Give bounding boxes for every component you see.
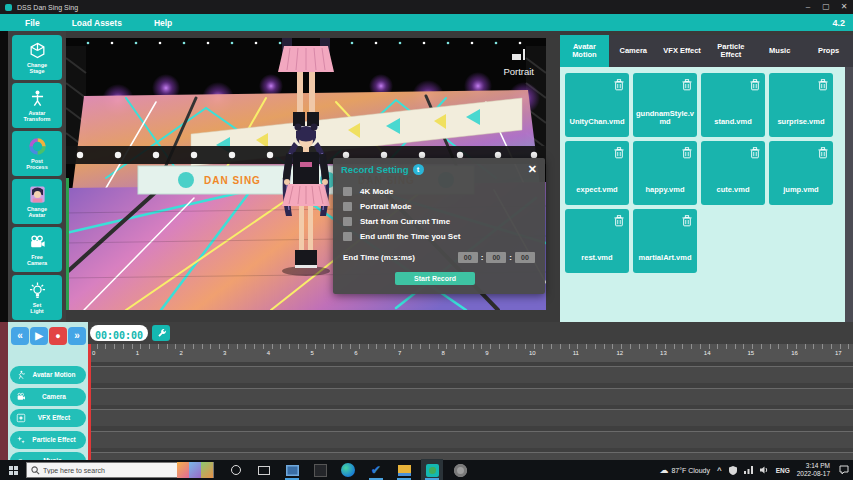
record-button[interactable]: ● [49,327,67,345]
motion-card-unitychan-vmd[interactable]: UnityChan.vmd [565,73,629,137]
trash-icon[interactable] [750,145,760,157]
track-avatar-motion[interactable]: Avatar Motion [10,366,86,384]
skip-forward-button[interactable]: » [68,327,86,345]
end-time-input-1[interactable] [486,252,506,263]
photos-app-icon[interactable] [284,462,300,478]
tab-avatar-motion[interactable]: Avatar Motion [560,35,609,67]
portrait-icon [512,49,526,60]
track-particle-effect[interactable]: Particle Effect [10,431,86,449]
card-label: stand.vmd [714,118,752,127]
start-button[interactable] [0,460,26,480]
ruler-tick-8: 8 [442,350,445,356]
post-process-icon [28,137,47,156]
menu-item-help[interactable]: Help [154,18,172,28]
menu-item-file[interactable]: File [25,18,40,28]
volume-icon[interactable] [760,466,769,474]
dialog-header: Record Setting t ✕ [341,162,537,177]
checkbox-end-until-the-time-you-set[interactable] [343,232,352,241]
trash-icon[interactable] [614,77,624,89]
portrait-label: Portrait [503,66,534,77]
timeline-rows [88,362,853,460]
timeline-ruler[interactable]: 01234567891011121314151617 [88,344,853,362]
checkbox-4k-mode[interactable] [343,187,352,196]
trash-icon[interactable] [750,77,760,89]
trash-icon[interactable] [818,145,828,157]
ruler-tick-10: 10 [529,350,536,356]
ruler-tick-12: 12 [616,350,623,356]
checkbox-row-end-until-the-time-you-set: End until the Time you Set [343,230,460,242]
play-button[interactable]: ▶ [30,327,48,345]
timeline-left-panel: «▶●»Avatar MotionCameraVFX EffectParticl… [8,322,88,460]
tab-camera[interactable]: Camera [609,35,658,67]
menu-item-load-assets[interactable]: Load Assets [72,18,122,28]
track-vfx-effect[interactable]: VFX Effect [10,409,86,427]
skip-back-button[interactable]: « [11,327,29,345]
motion-card-rest-vmd[interactable]: rest.vmd [565,209,629,273]
ruler-tick-0: 0 [92,350,95,356]
trash-icon[interactable] [818,77,828,89]
language-indicator[interactable]: ENG [776,467,790,474]
dark-app-icon[interactable] [312,462,328,478]
motion-card-surprise-vmd[interactable]: surprise.vmd [769,73,833,137]
motion-card-cute-vmd[interactable]: cute.vmd [701,141,765,205]
post-process-button[interactable]: PostProcess [12,131,62,176]
title-bar: DSS Dan Sing Sing – ▢ ✕ [0,0,853,14]
checkbox-portrait-mode[interactable] [343,202,352,211]
yellow-app-icon[interactable] [396,462,412,478]
task-view-icon[interactable] [256,462,272,478]
change-stage-button[interactable]: ChangeStage [12,35,62,80]
ruler-tick-16: 16 [791,350,798,356]
trash-icon[interactable] [682,77,692,89]
maximize-button[interactable]: ▢ [817,0,835,14]
end-time-input-2[interactable] [515,252,535,263]
set-light-icon [28,281,47,300]
change-avatar-button[interactable]: ChangeAvatar [12,179,62,224]
clock-widget[interactable]: 3:14 PM 2022-08-17 [797,462,830,478]
taskbar-search[interactable] [26,462,214,478]
start-record-button[interactable]: Start Record [395,272,475,285]
trash-icon[interactable] [614,145,624,157]
dialog-close-icon[interactable]: ✕ [528,163,537,176]
stage-cube-icon [28,41,47,60]
close-button[interactable]: ✕ [835,0,853,14]
track-camera[interactable]: Camera [10,388,86,406]
motion-card-martialart-vmd[interactable]: martialArt.vmd [633,209,697,273]
trash-icon[interactable] [682,145,692,157]
tab-vfx-effect[interactable]: VFX Effect [658,35,707,67]
playhead[interactable] [88,344,91,460]
card-label: cute.vmd [717,186,750,195]
cortana-icon[interactable] [228,462,244,478]
tab-music[interactable]: Music [755,35,804,67]
avatar-transform-icon [28,89,47,108]
motion-card-happy-vmd[interactable]: happy.vmd [633,141,697,205]
motion-card-jump-vmd[interactable]: jump.vmd [769,141,833,205]
notification-center-icon[interactable] [839,461,849,479]
windows-taskbar: ✔ ☁ 87°F Cloudy ^ ENG 3:14 PM 2022- [0,460,853,480]
trash-icon[interactable] [614,213,624,225]
search-input[interactable] [40,467,177,474]
weather-widget[interactable]: ☁ 87°F Cloudy [659,465,710,475]
motion-card-expect-vmd[interactable]: expect.vmd [565,141,629,205]
shield-icon[interactable] [729,466,737,475]
motion-card-gundnamstyle-vmd[interactable]: gundnamStyle.vmd [633,73,697,137]
free-camera-button[interactable]: FreeCamera [12,227,62,272]
panel-scrollbar[interactable] [845,67,853,322]
set-light-button[interactable]: SetLight [12,275,62,320]
dss-app-icon[interactable] [424,462,440,478]
stage-edge-strip [66,178,69,310]
trash-icon[interactable] [682,213,692,225]
card-label: UnityChan.vmd [569,118,624,127]
end-time-input-0[interactable] [458,252,478,263]
tab-particle-effect[interactable]: Particle Effect [706,35,755,67]
avatar-transform-button[interactable]: AvatarTransform [12,83,62,128]
hidden-icons-chevron[interactable]: ^ [717,466,722,475]
tab-props[interactable]: Props [804,35,853,67]
motion-card-stand-vmd[interactable]: stand.vmd [701,73,765,137]
minimize-button[interactable]: – [799,0,817,14]
check-app-icon[interactable]: ✔ [368,462,384,478]
gray-app-icon[interactable] [452,462,468,478]
edge-browser-icon[interactable] [340,462,356,478]
network-icon[interactable] [744,466,753,474]
timeline-settings-button[interactable] [152,325,170,341]
checkbox-start-from-current-time[interactable] [343,217,352,226]
